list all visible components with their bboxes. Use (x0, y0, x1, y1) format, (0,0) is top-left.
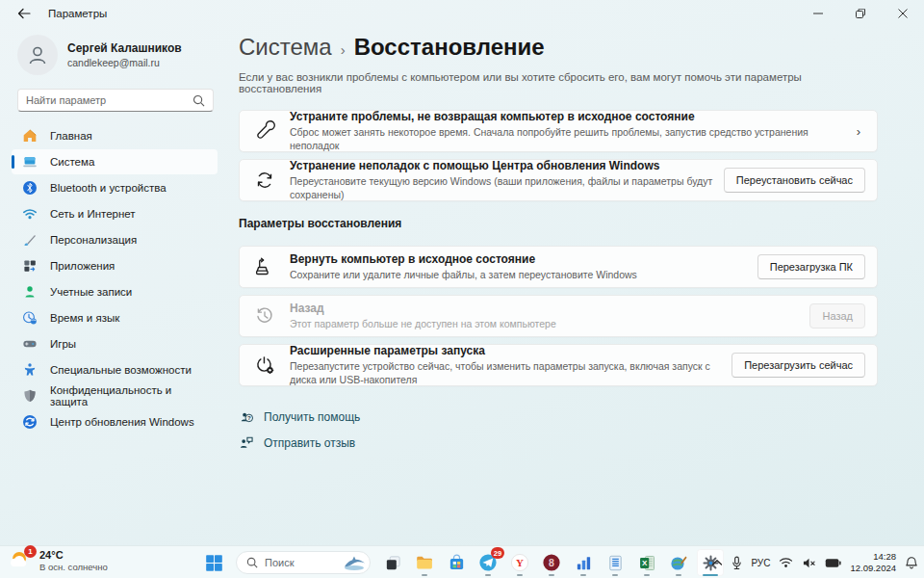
tray-clock[interactable]: 14:28 12.09.2024 (850, 551, 896, 575)
volume-muted-icon[interactable] (802, 557, 816, 569)
card-title: Назад (290, 302, 809, 316)
page-title: Восстановление (354, 34, 545, 61)
feedback-icon (239, 435, 253, 450)
sync-icon (254, 170, 275, 191)
task-view-button[interactable] (379, 549, 406, 576)
sidebar-item-games[interactable]: Игры (12, 331, 218, 356)
sidebar-item-time-language[interactable]: Время и язык (12, 305, 218, 330)
card-title: Вернуть компьютер в исходное состояние (290, 252, 757, 267)
taskbar-search[interactable]: Поиск (236, 551, 371, 574)
charts-app-button[interactable] (570, 549, 597, 576)
sidebar-item-label: Учетные записи (50, 286, 132, 298)
svg-text:X: X (641, 559, 647, 567)
microsoft-store-icon (448, 554, 466, 572)
app-title: Параметры (48, 8, 107, 19)
get-help-link-row: ? Получить помощь (239, 404, 878, 430)
running-indicator (644, 574, 650, 577)
card-desc: Сброс может занять некоторое время. Снач… (290, 126, 852, 151)
sidebar-item-home[interactable]: Главная (12, 123, 218, 148)
search-input[interactable] (26, 94, 192, 106)
reset-pc-button[interactable]: Перезагрузка ПК (757, 254, 865, 279)
svg-text:8: 8 (549, 557, 554, 568)
sidebar-item-windows-update[interactable]: Центр обновления Windows (12, 409, 218, 434)
svg-text:?: ? (247, 414, 251, 421)
titlebar: Параметры (0, 0, 924, 27)
back-button[interactable] (10, 3, 38, 24)
restore-button[interactable] (839, 0, 882, 27)
tray-chevron-up-icon[interactable] (711, 559, 723, 566)
file-explorer-icon (415, 553, 434, 572)
yandex-browser-button[interactable]: Y (506, 549, 533, 576)
running-indicator (676, 574, 681, 577)
card-title: Устранение неполадок с помощью Центра об… (290, 159, 724, 173)
running-indicator (485, 574, 491, 577)
sidebar-item-label: Конфиденциальность и защита (50, 384, 207, 407)
sidebar-item-personalization[interactable]: Персонализация (12, 227, 218, 252)
accessibility-icon (22, 362, 38, 378)
file-explorer-button[interactable] (411, 549, 438, 576)
excel-button[interactable]: X (633, 549, 660, 576)
microsoft-store-button[interactable] (443, 549, 470, 576)
sidebar-item-accessibility[interactable]: Специальные возможности (12, 357, 218, 382)
reinstall-now-button[interactable]: Переустановить сейчас (724, 168, 865, 193)
battery-icon[interactable] (825, 558, 841, 568)
chevron-right-icon: › (852, 124, 865, 139)
weather-badge: 1 (24, 545, 37, 558)
sidebar-item-network[interactable]: Сеть и Интернет (12, 201, 218, 226)
avatar (17, 35, 58, 75)
profile-name: Сергей Калашников (67, 41, 182, 55)
breadcrumb-parent[interactable]: Система (239, 34, 332, 61)
system-icon (22, 154, 38, 170)
sidebar-item-apps[interactable]: Приложения (12, 253, 218, 278)
games-icon (22, 336, 38, 352)
sidebar-item-label: Сеть и Интернет (50, 208, 136, 220)
excel-icon: X (638, 554, 656, 572)
microphone-icon[interactable] (732, 556, 742, 570)
notification-bell-icon[interactable] (905, 556, 918, 570)
history-icon (254, 305, 275, 327)
notes-app-icon (606, 554, 625, 572)
home-icon (22, 128, 38, 144)
start-button[interactable] (200, 549, 227, 576)
card-troubleshoot[interactable]: Устраните проблемы, не возвращая компьют… (239, 110, 878, 152)
sidebar-item-label: Персонализация (50, 234, 137, 246)
telegram-badge: 29 (491, 547, 504, 559)
close-icon (898, 9, 908, 18)
minimize-button[interactable] (797, 0, 839, 27)
page-subtitle: Если у вас возникли проблемы с компьютер… (239, 71, 878, 94)
taskbar-search-placeholder: Поиск (265, 557, 335, 568)
windows-logo-icon (205, 554, 223, 572)
language-indicator[interactable]: РУС (751, 558, 770, 568)
yandex-browser-icon: Y (510, 553, 529, 572)
feedback-link[interactable]: Отправить отзыв (264, 436, 355, 450)
close-button[interactable] (882, 0, 924, 27)
settings-search[interactable] (17, 89, 214, 112)
weather-widget[interactable]: 1 24°C В осн. солнечно (8, 548, 108, 573)
sidebar-item-bluetooth[interactable]: Bluetooth и устройства (12, 175, 218, 200)
taskbar: 1 24°C В осн. солнечно Поиск (0, 545, 924, 578)
card-desc: Переустановите текущую версию Windows (в… (290, 175, 724, 200)
notes-app-button[interactable] (602, 549, 629, 576)
dolphin-icon (342, 554, 367, 571)
apps-icon (22, 258, 38, 274)
windows-update-icon (22, 414, 38, 430)
paint-globe-app-button[interactable] (665, 549, 692, 576)
card-reset-pc: Вернуть компьютер в исходное состояние С… (239, 246, 878, 288)
get-help-link[interactable]: Получить помощь (264, 410, 360, 424)
sidebar-item-accounts[interactable]: Учетные записи (12, 279, 218, 304)
card-fix-with-windows-update: Устранение неполадок с помощью Центра об… (239, 159, 878, 201)
wifi-icon[interactable] (779, 557, 793, 568)
charts-app-icon (575, 554, 593, 572)
sidebar-item-system[interactable]: Система (12, 149, 218, 174)
app-8-icon: 8 (542, 553, 561, 572)
user-profile[interactable]: Сергей Калашников candlekeep@mail.ru (17, 35, 214, 75)
telegram-button[interactable]: 29 (475, 549, 501, 576)
sidebar-item-label: Система (50, 156, 94, 168)
app-8-button[interactable]: 8 (538, 549, 565, 576)
sidebar-item-privacy[interactable]: Конфиденциальность и защита (12, 383, 218, 408)
paint-globe-icon (669, 553, 688, 572)
restart-now-button[interactable]: Перезагрузить сейчас (732, 353, 865, 378)
card-title: Устраните проблемы, не возвращая компьют… (290, 110, 852, 124)
section-recovery-options: Параметры восстановления (239, 217, 878, 230)
sidebar-item-label: Игры (50, 338, 76, 350)
